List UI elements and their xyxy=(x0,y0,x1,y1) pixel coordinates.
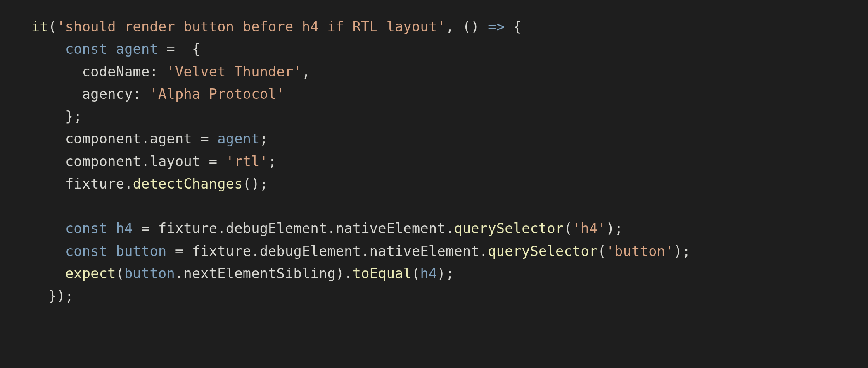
ref-button: button xyxy=(124,265,175,282)
prop-nativeElement: nativeElement xyxy=(336,220,446,237)
prop-codeName: codeName xyxy=(82,64,150,80)
keyword-const: const xyxy=(65,220,107,237)
prop-nativeElement: nativeElement xyxy=(370,243,479,259)
call-querySelector: querySelector xyxy=(488,243,598,259)
test-name-string: 'should render button before h4 if RTL l… xyxy=(57,19,446,35)
prop-layout: layout xyxy=(150,153,201,170)
string-rtl: 'rtl' xyxy=(226,153,268,170)
id-component: component xyxy=(65,153,141,170)
prop-nextElementSibling: nextElementSibling xyxy=(183,265,335,282)
id-component: component xyxy=(65,131,141,147)
id-fixture: fixture xyxy=(158,220,217,237)
keyword-const: const xyxy=(65,41,107,57)
ref-h4: h4 xyxy=(420,265,437,282)
call-expect: expect xyxy=(65,265,116,282)
var-button: button xyxy=(116,243,167,259)
prop-debugElement: debugElement xyxy=(260,243,361,259)
ref-agent: agent xyxy=(217,131,259,147)
string-h4-selector: 'h4' xyxy=(572,220,606,237)
code-block: it('should render button before h4 if RT… xyxy=(0,0,868,307)
call-it: it xyxy=(31,19,48,35)
prop-agency: agency xyxy=(82,86,133,102)
call-detectChanges: detectChanges xyxy=(133,176,243,192)
call-querySelector: querySelector xyxy=(454,220,564,237)
keyword-const: const xyxy=(65,243,107,259)
id-fixture: fixture xyxy=(192,243,251,259)
string-velvet-thunder: 'Velvet Thunder' xyxy=(167,64,302,80)
string-button-selector: 'button' xyxy=(606,243,674,259)
prop-agent: agent xyxy=(150,131,192,147)
var-h4: h4 xyxy=(116,220,133,237)
id-fixture: fixture xyxy=(65,176,124,192)
arrow-token: => xyxy=(488,19,505,35)
call-toEqual: toEqual xyxy=(353,265,412,282)
string-alpha-protocol: 'Alpha Protocol' xyxy=(150,86,285,102)
var-agent: agent xyxy=(116,41,158,57)
prop-debugElement: debugElement xyxy=(226,220,327,237)
